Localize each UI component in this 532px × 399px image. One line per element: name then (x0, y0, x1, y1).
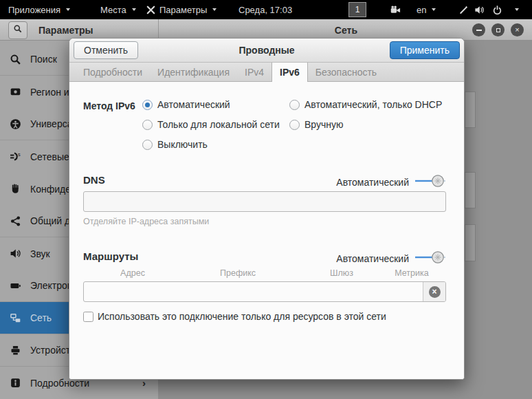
method-label: Метод IPv6 (83, 100, 135, 111)
radio-button-icon (142, 100, 153, 110)
sidebar-item-label: Сеть (30, 312, 52, 323)
sidebar-item-label: Общий д (30, 215, 70, 226)
maximize-button[interactable] (491, 23, 505, 36)
tab-details[interactable]: Подробности (76, 63, 150, 82)
info-icon (10, 377, 21, 389)
radio-button-icon (289, 120, 300, 130)
dns-toggle-label: Автоматический (336, 177, 409, 188)
chevron-down-icon (515, 8, 519, 11)
dialog-headerbar: Отменить Проводные Применить (69, 39, 464, 63)
radio-manual[interactable]: Вручную (289, 119, 344, 130)
radio-automatic[interactable]: Автоматический (142, 99, 230, 110)
speaker-icon (10, 248, 21, 259)
accessibility-icon (10, 118, 21, 130)
devices-icon (10, 345, 21, 356)
keyboard-layout-indicator[interactable]: en (417, 0, 436, 19)
chevron-down-icon (132, 8, 136, 11)
close-button[interactable]: × (511, 23, 524, 36)
radio-label: Выключить (157, 139, 208, 150)
cancel-button[interactable]: Отменить (74, 41, 138, 59)
settings-menu[interactable]: Параметры (146, 0, 217, 19)
radio-label: Автоматический, только DHCP (304, 99, 442, 110)
online-accounts-icon: s (10, 151, 21, 162)
sidebar-item-label: Регион и (30, 87, 69, 98)
places-menu[interactable]: Места (100, 0, 136, 19)
chevron-down-icon (432, 8, 436, 11)
clock-label: Среда, 17:03 (239, 5, 292, 15)
workspace-indicator[interactable]: 1 (348, 2, 366, 17)
routes-column-address: Адрес (120, 268, 145, 278)
flag-icon (10, 86, 21, 98)
tab-ipv4[interactable]: IPv4 (237, 63, 271, 82)
dimmed-field (465, 224, 476, 261)
delete-icon: × (429, 286, 441, 298)
dns-input[interactable] (83, 191, 446, 212)
dns-label: DNS (83, 174, 105, 186)
workspace-number: 1 (355, 5, 360, 14)
radio-label: Только для локальной сети (157, 119, 280, 130)
tab-security[interactable]: Безопасность (308, 63, 384, 82)
top-bar: Приложения Места Параметры Среда, 17:03 … (0, 0, 532, 19)
routes-column-metric: Метрика (395, 268, 428, 278)
tab-ipv6[interactable]: IPv6 (271, 63, 308, 82)
sidebar-item-label: Сетевые (30, 151, 69, 162)
chevron-down-icon (212, 8, 217, 11)
routes-toggle-label: Автоматический (336, 253, 409, 264)
sidebar-item-label: Устройст (30, 345, 70, 356)
search-icon (10, 54, 21, 65)
search-button[interactable] (8, 21, 27, 39)
use-only-for-network-checkbox[interactable]: Использовать это подключение только для … (83, 311, 386, 322)
checkbox-icon (83, 312, 93, 322)
network-icon (10, 312, 21, 324)
settings-menu-label: Параметры (159, 5, 207, 15)
window-controls: × (472, 19, 524, 41)
sidebar-item-label: Конфиде (30, 184, 71, 195)
minimize-button[interactable] (472, 23, 485, 36)
dimmed-field (465, 91, 476, 128)
hand-icon (10, 183, 21, 195)
dns-auto-switch[interactable] (414, 174, 446, 190)
page-title-label: Сеть (335, 25, 357, 36)
routes-input[interactable] (84, 282, 423, 301)
tab-identity[interactable]: Идентификация (150, 63, 237, 82)
dns-hint: Отделяйте IP-адреса запятыми (83, 217, 209, 226)
maximize-icon (496, 28, 500, 32)
crossed-tools-icon (146, 5, 156, 15)
radio-dhcp-only[interactable]: Автоматический, только DHCP (289, 99, 442, 110)
minimize-icon (476, 30, 482, 31)
places-menu-label: Места (100, 5, 126, 15)
routes-column-gateway: Шлюз (330, 268, 353, 278)
volume-icon[interactable] (474, 0, 485, 19)
dialog-tabbar: Подробности Идентификация IPv4 IPv6 Безо… (69, 63, 464, 82)
radio-disable[interactable]: Выключить (142, 139, 208, 150)
radio-button-icon (142, 140, 153, 150)
chevron-down-icon (66, 8, 70, 11)
dns-auto-toggle-row: Автоматический (336, 174, 446, 190)
applications-menu-label: Приложения (8, 5, 60, 15)
routes-row: × (83, 281, 446, 302)
clock[interactable]: Среда, 17:03 (239, 0, 292, 19)
sidebar-item-label: Звук (30, 248, 50, 259)
routes-delete-button[interactable]: × (423, 282, 445, 301)
radio-button-icon (289, 100, 300, 110)
radio-link-local[interactable]: Только для локальной сети (142, 119, 280, 130)
power-icon[interactable] (492, 0, 502, 19)
system-menu-caret[interactable] (513, 0, 519, 19)
battery-icon (10, 280, 21, 292)
routes-label: Маршруты (83, 250, 138, 262)
routes-auto-switch[interactable] (414, 250, 446, 266)
routes-column-prefix: Префикс (220, 268, 256, 278)
dimmed-field (465, 172, 476, 208)
radio-button-icon (142, 120, 153, 130)
ipv6-tab-content: Метод IPv6 Автоматический Только для лок… (69, 82, 464, 380)
wired-dialog: Отменить Проводные Применить Подробности… (69, 38, 465, 380)
applications-menu[interactable]: Приложения (8, 0, 70, 19)
input-pen-icon[interactable] (458, 0, 469, 19)
radio-label: Вручную (304, 119, 344, 130)
routes-auto-toggle-row: Автоматический (336, 250, 446, 266)
apply-button[interactable]: Применить (390, 41, 460, 59)
share-icon (10, 215, 21, 227)
svg-text:s: s (18, 151, 21, 158)
keyboard-layout-label: en (417, 5, 426, 15)
camera-icon[interactable] (390, 0, 401, 19)
